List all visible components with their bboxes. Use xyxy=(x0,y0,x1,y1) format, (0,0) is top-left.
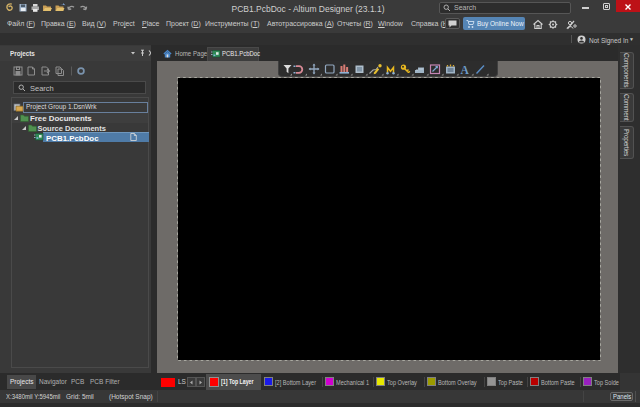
svg-text:A: A xyxy=(461,64,470,76)
